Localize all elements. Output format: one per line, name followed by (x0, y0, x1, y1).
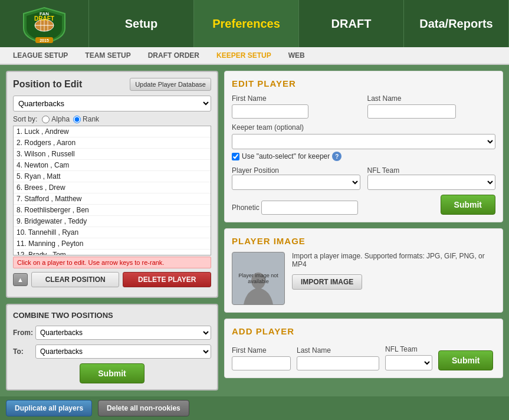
subnav-keeper-setup[interactable]: KEEPER SETUP (209, 49, 278, 62)
combine-to-row: To: Quarterbacks Running Backs Wide Rece… (13, 344, 211, 359)
clear-position-button[interactable]: CLEAR POSITION (31, 272, 120, 287)
tab-data-reports[interactable]: Data/Reports (404, 0, 509, 47)
header: FAN DRAFT 2015 Setup Preferences DRAFT D… (0, 0, 509, 47)
keeper-select-row (232, 134, 495, 149)
phonetic-label: Phonetic (232, 204, 260, 212)
combine-positions-title: COMBINE TWO POSITIONS (13, 311, 211, 320)
svg-text:DRAFT: DRAFT (34, 15, 54, 22)
update-player-database-button[interactable]: Update Player Database (130, 78, 211, 91)
first-name-input[interactable] (232, 104, 308, 119)
subnav-team-setup[interactable]: TEAM SETUP (78, 49, 137, 62)
combine-from-select[interactable]: Quarterbacks Running Backs Wide Receiver… (35, 326, 211, 340)
player-list-item[interactable]: 8. Roethlisberger , Ben (14, 205, 211, 216)
delete-player-button[interactable]: DELETE PLAYER (123, 272, 211, 287)
tab-setup[interactable]: Setup (88, 0, 194, 47)
player-list-item[interactable]: 4. Newton , Cam (14, 160, 211, 171)
nfl-team-select[interactable] (367, 175, 496, 190)
combine-from-row: From: Quarterbacks Running Backs Wide Re… (13, 326, 211, 340)
add-last-name-group: Last Name (297, 346, 379, 370)
player-image-text: Import a player image. Supported formats… (292, 252, 495, 268)
tab-draft[interactable]: DRAFT (299, 0, 404, 47)
add-first-name-input[interactable] (232, 356, 291, 370)
subnav-web[interactable]: WEB (281, 49, 312, 62)
last-name-label: Last Name (367, 94, 496, 103)
player-image-info: Import a player image. Supported formats… (292, 252, 495, 290)
position-edit-header: Position to Edit Update Player Database (13, 78, 211, 91)
player-list-item[interactable]: 2. Rodgers , Aaron (14, 137, 211, 149)
sort-alpha-radio[interactable] (42, 116, 50, 123)
player-list-item[interactable]: 12. Brady , Tom (14, 250, 211, 255)
combine-to-select[interactable]: Quarterbacks Running Backs Wide Receiver… (35, 344, 211, 359)
sort-rank-text: Rank (83, 115, 99, 123)
position-edit-title: Position to Edit (13, 79, 82, 90)
sort-alpha-text: Alpha (51, 115, 70, 123)
keeper-row: Keeper team (optional) Use "auto-select"… (232, 123, 495, 161)
sort-rank-label[interactable]: Rank (73, 115, 99, 123)
sort-alpha-label[interactable]: Alpha (42, 115, 70, 123)
right-panel: EDIT PLAYER First Name Last Name Keeper … (224, 71, 503, 391)
keeper-team-select[interactable] (232, 134, 495, 149)
player-list-item[interactable]: 11. Manning , Peyton (14, 238, 211, 250)
combine-submit-row: Submit (13, 363, 211, 383)
subnav-league-setup[interactable]: LEAGUE SETUP (6, 49, 75, 62)
sort-row: Sort by: Alpha Rank (13, 115, 211, 123)
move-up-button[interactable]: ▲ (13, 273, 28, 286)
duplicate-all-players-button[interactable]: Duplicate all players (6, 400, 92, 416)
player-position-select[interactable]: Quarterback Running Back Wide Receiver T… (232, 175, 360, 190)
edit-player-submit-button[interactable]: Submit (441, 195, 495, 215)
add-nfl-team-label: NFL Team (385, 345, 432, 353)
logo: FAN DRAFT 2015 (18, 5, 71, 43)
position-nfl-row: Player Position Quarterback Running Back… (232, 166, 495, 190)
help-icon[interactable]: ? (332, 152, 341, 161)
auto-select-checkbox[interactable] (232, 153, 239, 160)
main-content: Position to Edit Update Player Database … (0, 65, 509, 396)
combine-positions-box: COMBINE TWO POSITIONS From: Quarterbacks… (6, 304, 218, 391)
left-panel: Position to Edit Update Player Database … (6, 71, 218, 391)
player-list-item[interactable]: 1. Luck , Andrew (14, 126, 211, 137)
nfl-team-label: NFL Team (367, 166, 400, 175)
add-nfl-team-group: NFL Team (385, 345, 432, 370)
sub-nav: LEAGUE SETUP TEAM SETUP DRAFT ORDER KEEP… (0, 47, 509, 65)
sort-radio-group: Alpha Rank (42, 115, 99, 123)
add-nfl-team-select[interactable] (385, 355, 432, 370)
player-image-box: PLAYER IMAGE Player image not available … (224, 228, 503, 313)
auto-select-row: Use "auto-select" for keeper ? (232, 152, 495, 161)
player-list-item[interactable]: 10. Tannehill , Ryan (14, 227, 211, 238)
delete-all-non-rookies-button[interactable]: Delete all non-rookies (98, 400, 189, 416)
position-select-row: Quarterbacks Running Backs Wide Receiver… (13, 96, 211, 111)
player-image-content: Player image not available Import a play… (232, 252, 495, 305)
first-name-group: First Name (232, 94, 360, 119)
add-player-row: First Name Last Name NFL Team Submit (232, 342, 495, 370)
player-list-item[interactable]: 6. Brees , Drew (14, 182, 211, 193)
add-player-box: ADD PLAYER First Name Last Name NFL Team… (224, 319, 503, 378)
edit-player-box: EDIT PLAYER First Name Last Name Keeper … (224, 71, 503, 222)
tab-preferences[interactable]: Preferences (194, 0, 299, 47)
last-name-input[interactable] (367, 104, 456, 119)
import-image-button[interactable]: IMPORT IMAGE (292, 274, 362, 290)
subnav-draft-order[interactable]: DRAFT ORDER (141, 49, 206, 62)
phonetic-input[interactable] (261, 201, 358, 215)
add-last-name-label: Last Name (297, 346, 379, 355)
position-select[interactable]: Quarterbacks Running Backs Wide Receiver… (13, 96, 211, 111)
phonetic-submit-row: Phonetic Submit (232, 195, 495, 215)
nfl-team-group: NFL Team (367, 166, 496, 190)
player-list-item[interactable]: 7. Stafford , Matthew (14, 193, 211, 205)
bottom-bar: Duplicate all players Delete all non-roo… (0, 396, 509, 420)
combine-submit-button[interactable]: Submit (80, 363, 144, 383)
keeper-team-label: Keeper team (optional) (232, 123, 495, 132)
name-row: First Name Last Name (232, 94, 495, 119)
player-list-item[interactable]: 9. Bridgewater , Teddy (14, 216, 211, 227)
nav-tabs: Setup Preferences DRAFT Data/Reports (88, 0, 509, 47)
player-list-item[interactable]: 5. Ryan , Matt (14, 171, 211, 182)
sort-rank-radio[interactable] (73, 116, 81, 123)
add-player-submit-button[interactable]: Submit (438, 350, 493, 370)
player-list[interactable]: 1. Luck , Andrew2. Rodgers , Aaron3. Wil… (13, 126, 211, 255)
add-last-name-input[interactable] (297, 356, 379, 370)
player-position-group: Player Position Quarterback Running Back… (232, 166, 360, 190)
add-player-title: ADD PLAYER (232, 326, 495, 336)
player-list-item[interactable]: 3. Wilson , Russell (14, 149, 211, 160)
player-position-label: Player Position (232, 166, 279, 175)
player-actions: ▲ CLEAR POSITION DELETE PLAYER (13, 272, 211, 287)
first-name-label: First Name (232, 94, 360, 103)
player-image-placeholder-text: Player image not available (232, 270, 284, 287)
